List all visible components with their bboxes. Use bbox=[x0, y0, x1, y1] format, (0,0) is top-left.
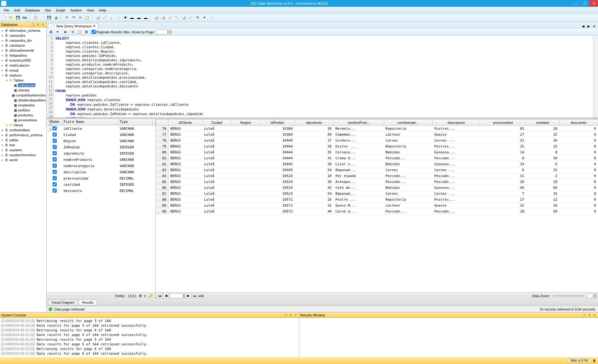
menu-graph[interactable]: Graph bbox=[53, 8, 68, 13]
more-icon[interactable]: ⋯ bbox=[208, 15, 214, 21]
result-row[interactable]: 79BERGSLuleå1044426Ositos ...ReposteriaP… bbox=[156, 143, 598, 149]
tab-query[interactable]: 📄 New Query Workspace ✕ bbox=[48, 23, 98, 29]
result-row[interactable]: 76BERGSLuleå1038420Mermela...ReposteriaP… bbox=[156, 126, 598, 132]
result-row[interactable]: 81BERGSLuleå1044441Crema d...Pescado...P… bbox=[156, 155, 598, 161]
zoom-slider[interactable] bbox=[553, 295, 584, 296]
tree-item[interactable]: ▦categorias bbox=[1, 83, 46, 88]
result-row[interactable]: 87BERGSLuleå1052454Empanad...CarnesCarne… bbox=[156, 191, 598, 197]
tree-item[interactable]: ▸🛢world bbox=[1, 157, 46, 162]
redo-icon[interactable]: ↷ bbox=[70, 15, 77, 21]
field-visible-checkbox[interactable] bbox=[53, 189, 57, 193]
menu-system[interactable]: System bbox=[68, 8, 84, 13]
sidebar-close-icon[interactable]: ✕ bbox=[41, 22, 45, 27]
field-visible-checkbox[interactable] bbox=[53, 139, 57, 143]
field-row[interactable]: IdPedidoINTEGER bbox=[47, 144, 155, 150]
arrow-up-icon[interactable]: ↑ bbox=[115, 15, 121, 21]
results-close-icon[interactable]: ✕ bbox=[592, 313, 597, 317]
field-row[interactable]: nombrecategoriaVARCHAR bbox=[47, 163, 155, 169]
result-row[interactable]: 90BERGSLuleå1057240Carne d...Pescado...P… bbox=[156, 208, 598, 214]
console-restore-icon[interactable]: ❐ bbox=[283, 313, 288, 317]
result-row[interactable]: 86BERGSLuleå1052443Café de...BebidasGase… bbox=[156, 185, 598, 191]
tree-item[interactable]: ▸🛢sakila bbox=[1, 138, 46, 142]
field-row[interactable]: descuentoDECIMAL bbox=[47, 188, 155, 194]
results-pin-icon[interactable]: ⬇ bbox=[587, 313, 592, 317]
result-col-header[interactable]: preciounidad bbox=[480, 119, 526, 126]
sql-icon[interactable]: SQL bbox=[22, 15, 28, 21]
tab-prev-icon[interactable]: ◀ bbox=[581, 24, 586, 29]
tree-item[interactable]: ▸🛢cassandra bbox=[1, 33, 46, 38]
tree-item[interactable]: ▸🛢performance_schema bbox=[1, 133, 46, 138]
result-col-header[interactable]: nombrecate... bbox=[384, 119, 432, 126]
page-first-icon[interactable]: ⏮ bbox=[157, 293, 163, 299]
qbtn-2-icon[interactable]: ▾ bbox=[55, 29, 60, 35]
field-visible-checkbox[interactable] bbox=[53, 133, 57, 137]
result-row[interactable]: 80BERGSLuleå1044435Cerveza...BebidasGase… bbox=[156, 149, 598, 155]
graph1-icon[interactable]: 📊 bbox=[153, 15, 159, 21]
star-icon[interactable]: ✦ bbox=[201, 15, 207, 21]
tab-visual-diagram[interactable]: Visual Diagram bbox=[48, 300, 78, 305]
bar1-icon[interactable]: ▬ bbox=[129, 15, 135, 21]
tree-item[interactable]: ▸🛢matriculacion bbox=[1, 63, 46, 68]
result-col-header[interactable]: cantidad bbox=[526, 119, 559, 126]
result-col-header[interactable]: nombreProd... bbox=[334, 119, 384, 126]
graph3-icon[interactable]: 📈 bbox=[167, 15, 173, 21]
field-row[interactable]: descripcionVARCHAR bbox=[47, 169, 155, 175]
field-row[interactable]: nombreProductoVARCHAR bbox=[47, 156, 155, 163]
tree-item[interactable]: ▦detallesdepedidos bbox=[1, 98, 46, 103]
minimize-button[interactable]: — bbox=[572, 0, 581, 7]
menu-view[interactable]: View bbox=[84, 8, 97, 13]
field-row[interactable]: idproductoINTEGER bbox=[47, 150, 155, 156]
tree-item[interactable]: ▸🛢celulaaron bbox=[1, 43, 46, 48]
sql-editor[interactable]: 1 2 3 4 5 6 7 8 9 10 11 12 13 14 15 16 1… bbox=[47, 35, 598, 118]
menu-edit[interactable]: Edit bbox=[12, 8, 23, 13]
field-visible-checkbox[interactable] bbox=[53, 145, 57, 149]
console-pin-icon[interactable]: ⬇ bbox=[288, 313, 293, 317]
field-row[interactable]: RegionVARCHAR bbox=[47, 138, 155, 144]
menu-stat[interactable]: Stat bbox=[42, 8, 54, 13]
field-row[interactable]: idClienteVARCHAR bbox=[47, 125, 155, 132]
field-visible-checkbox[interactable] bbox=[53, 182, 57, 186]
tab-results[interactable]: Results bbox=[78, 300, 97, 305]
page-next-icon[interactable]: ▶ bbox=[186, 293, 191, 299]
console-output[interactable]: [21/08/2014 00:16:19] Retrieving results… bbox=[0, 318, 299, 357]
result-row[interactable]: 83BERGSLuleå1044554Empanad...CarnesCarne… bbox=[156, 167, 598, 173]
col-type[interactable]: Type bbox=[118, 119, 153, 125]
console-close-icon[interactable]: ✕ bbox=[293, 313, 298, 317]
view-list-icon[interactable]: ≡ bbox=[144, 294, 146, 298]
tree-item[interactable]: ▦productos bbox=[1, 113, 46, 118]
bar3-icon[interactable]: ▬ bbox=[143, 15, 149, 21]
open-icon[interactable]: 📂 bbox=[8, 15, 14, 21]
result-col-header[interactable]: Region bbox=[231, 119, 260, 126]
field-row[interactable]: preciounidadDECIMAL bbox=[47, 175, 155, 181]
field-visible-checkbox[interactable] bbox=[53, 126, 57, 130]
tree-item[interactable]: ▸🛢usysteminventory bbox=[1, 152, 46, 157]
page-last-icon[interactable]: ⏭ bbox=[192, 293, 197, 299]
result-col-header[interactable]: descripcion bbox=[432, 119, 480, 126]
field-visible-checkbox[interactable] bbox=[53, 151, 57, 155]
tree-item[interactable]: ▦proveedores bbox=[1, 118, 46, 123]
tree-item[interactable]: ▸🛢inventory2000 bbox=[1, 58, 46, 63]
result-row[interactable]: 82BERGSLuleå1044539Licor v...BebidasGase… bbox=[156, 161, 598, 167]
print-icon[interactable]: 🖨 bbox=[53, 15, 59, 21]
tree-item[interactable]: ▸🛢cassandra_dm bbox=[1, 38, 46, 43]
close-button[interactable]: ✕ bbox=[589, 0, 598, 7]
tab-close-icon[interactable]: ✕ bbox=[93, 24, 96, 28]
qbtn-4-icon[interactable]: ⊞ bbox=[83, 29, 89, 35]
sidebar-restore-icon[interactable]: ❐ bbox=[31, 22, 35, 27]
qbtn-1-icon[interactable]: ⊞ bbox=[48, 29, 54, 35]
stop-query-icon[interactable]: ⊘ bbox=[70, 29, 75, 35]
menu-file[interactable]: File bbox=[1, 8, 12, 13]
result-col-header[interactable]: idproducto bbox=[295, 119, 334, 126]
tree-item[interactable]: ▦compañiasdeenvios bbox=[1, 93, 46, 98]
undo-icon[interactable]: ↶ bbox=[64, 15, 70, 21]
tree-item[interactable]: ▸🛢clinicaelemental bbox=[1, 48, 46, 53]
maximize-button[interactable]: ❐ bbox=[581, 0, 589, 7]
tab-next-icon[interactable]: ▶ bbox=[586, 24, 591, 29]
graph5-icon[interactable]: 📊 bbox=[181, 15, 187, 21]
tree-item[interactable]: ▸🛢usystem bbox=[1, 147, 46, 152]
page-prev-icon[interactable]: ◀ bbox=[163, 293, 169, 299]
results-grid[interactable]: idClienteCiudadRegionIdPedidoidproducton… bbox=[156, 119, 598, 292]
result-row[interactable]: 84BERGSLuleå1052410Pez espadaPescado...P… bbox=[156, 173, 598, 179]
chart1-icon[interactable]: 📊 bbox=[95, 15, 101, 21]
database-tree[interactable]: ▸🛢information_schema▸🛢cassandra▸🛢cassand… bbox=[0, 27, 46, 312]
